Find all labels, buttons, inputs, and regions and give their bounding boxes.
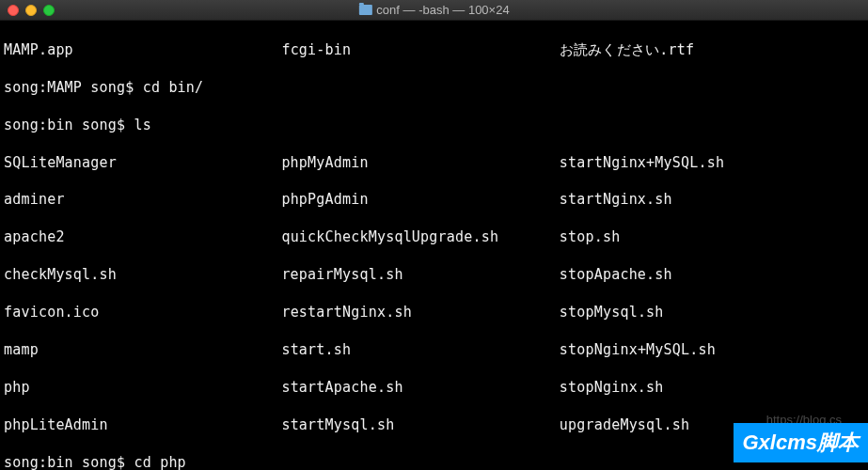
window-titlebar: conf — -bash — 100×24 <box>0 0 868 21</box>
ls-output-row: mamp start.sh stopNginx+MySQL.sh <box>4 341 864 360</box>
ls-output-row: apache2 quickCheckMysqlUpgrade.sh stop.s… <box>4 228 864 247</box>
folder-icon <box>358 5 371 15</box>
prompt-line: song:MAMP song$ cd bin/ <box>4 79 864 98</box>
prompt-line: song:bin song$ ls <box>4 117 864 135</box>
ls-output-row: MAMP.app fcgi-bin お読みください.rtf <box>4 41 864 60</box>
ls-output-row: SQLiteManager phpMyAdmin startNginx+MySQ… <box>4 154 864 173</box>
window-title-text: conf — -bash — 100×24 <box>376 3 509 17</box>
traffic-lights <box>8 5 55 16</box>
terminal-content[interactable]: MAMP.app fcgi-bin お読みください.rtf song:MAMP … <box>0 21 868 470</box>
ls-output-row: php startApache.sh stopNginx.sh <box>4 379 864 398</box>
ls-output-row: favicon.ico restartNginx.sh stopMysql.sh <box>4 304 864 322</box>
minimize-icon[interactable] <box>25 5 37 16</box>
ls-output-row: adminer phpPgAdmin startNginx.sh <box>4 191 864 210</box>
close-icon[interactable] <box>8 5 19 16</box>
zoom-icon[interactable] <box>43 5 55 16</box>
ls-output-row: checkMysql.sh repairMysql.sh stopApache.… <box>4 266 864 285</box>
window-title: conf — -bash — 100×24 <box>358 3 509 17</box>
watermark-logo: Gxlcms脚本 <box>734 423 869 462</box>
